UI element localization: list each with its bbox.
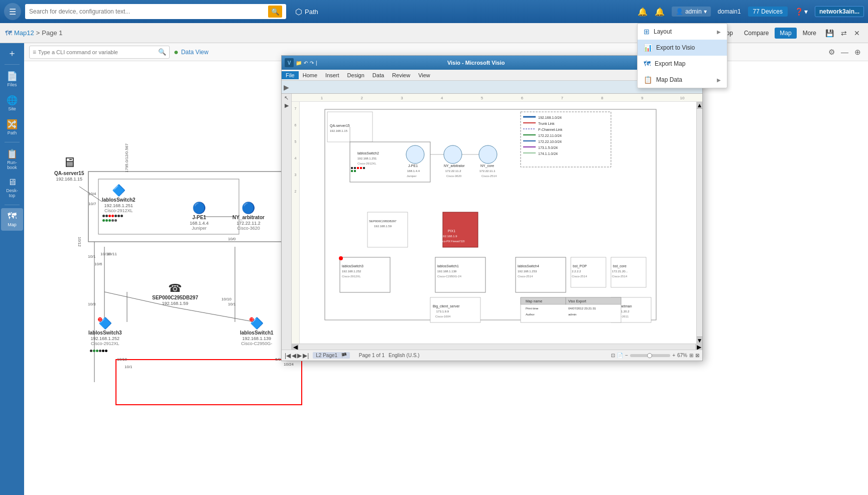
search-input[interactable]	[29, 8, 268, 15]
visio-menu-design[interactable]: Design	[343, 71, 368, 79]
node-lablosSwitch2[interactable]: 🔷 lablosSwitch2 192.168.1.251 Cisco-2912…	[102, 184, 136, 213]
svg-text:172.22.11.2: 172.22.11.2	[445, 170, 461, 173]
node-qa-server15[interactable]: 🖥 QA-server15 192.168.1.15	[54, 154, 84, 182]
cli-input[interactable]	[38, 49, 156, 55]
visio-redo-icon[interactable]: ↷	[310, 60, 314, 66]
visio-tool-pointer[interactable]: ↖	[284, 95, 289, 101]
help-arrow: ▾	[804, 8, 808, 16]
devices-badge[interactable]: 77 Devices	[748, 7, 788, 17]
cli-search-icon[interactable]: 🔍	[158, 48, 166, 56]
visio-fit-width[interactable]: ⊞	[689, 353, 693, 358]
sidebar-item-desktop[interactable]: 🖥 Desk-top	[1, 174, 23, 202]
zoom-icon[interactable]: ⊕	[852, 47, 863, 58]
visio-page-flag: 🏴	[341, 353, 347, 358]
visio-scrollbar-v[interactable]: ▲ ▼	[696, 102, 702, 344]
svg-text:Cisco-PIX Firewall 520: Cisco-PIX Firewall 520	[439, 240, 465, 243]
notifications-icon[interactable]: 🔔	[638, 7, 648, 17]
node-ip: 192.168.1.15	[56, 177, 82, 182]
visio-menu-file[interactable]: File	[282, 71, 299, 79]
visio-ruler-h: 1 2 3 4 5 6 7 8 9 10	[292, 94, 702, 102]
sidebar-item-map[interactable]: 🗺 Map	[1, 208, 23, 231]
sidebar-desktop-label: Desk-top	[6, 189, 18, 199]
visio-zoom-slider[interactable]	[630, 354, 670, 357]
visio-page-last[interactable]: ▶|	[303, 352, 309, 359]
error-badge-2: ⊕	[249, 316, 254, 323]
sidebar-item-runbook[interactable]: 📋 Run-book	[1, 145, 23, 174]
dropdown-map-data[interactable]: 📋 Map Data ▶	[638, 72, 727, 88]
compare-button[interactable]: Compare	[739, 28, 774, 39]
visio-page-tab[interactable]: L2 Page1 🏴	[313, 352, 350, 359]
scrollbar-left-btn[interactable]: ◀	[292, 344, 299, 350]
map-button[interactable]: Map	[775, 28, 796, 39]
dropdown-export-map[interactable]: 🗺 Export Map	[638, 56, 727, 72]
visio-expand-icon[interactable]: ▶	[284, 83, 289, 91]
port-label-1010c: 10/10	[117, 357, 127, 362]
sidebar-item-site[interactable]: 🌐 Site	[1, 92, 23, 115]
visio-menu-view[interactable]: View	[414, 71, 434, 79]
admin-button[interactable]: 👤 admin ▾	[672, 7, 711, 17]
svg-text:192.168.1.252: 192.168.1.252	[342, 270, 361, 273]
visio-tool-expand[interactable]: ▶	[285, 102, 289, 109]
port-label-107: 10/7	[88, 202, 96, 206]
close-window-button[interactable]: ✕	[851, 28, 863, 39]
svg-text:Cisco-2514: Cisco-2514	[572, 275, 587, 278]
visio-menu-review[interactable]: Review	[388, 71, 414, 79]
node-sep-phone[interactable]: ☎ SEP000C295DB297 192.168.1.59	[152, 282, 198, 306]
alerts-icon[interactable]: 🔔	[655, 7, 665, 17]
visio-drawing-canvas[interactable]: QA-server15 192.168.1.15 lablosSwitch2 1…	[300, 102, 696, 344]
ruler-mark-10: 10	[662, 96, 702, 100]
jpe1-ip: 168.1.4.4	[190, 221, 209, 226]
visio-undo-icon[interactable]: ↶	[304, 60, 308, 66]
sidebar-item-path[interactable]: 🔀 Path	[1, 116, 23, 139]
scrollbar-up-btn[interactable]: ▲	[697, 102, 702, 109]
visio-menu-icon[interactable]: 📁	[296, 60, 302, 66]
visio-zoom-in[interactable]: +	[672, 353, 675, 358]
search-button[interactable]: 🔍	[268, 6, 282, 18]
visio-page-first[interactable]: |◀	[285, 352, 291, 359]
minus-icon[interactable]: —	[839, 47, 850, 57]
port-label-101: 10/1	[88, 254, 96, 259]
visio-zoom-out[interactable]: −	[625, 353, 628, 358]
visio-fit-icon[interactable]: ⊡	[611, 353, 615, 358]
breadcrumb-map-link[interactable]: Map12	[14, 29, 34, 37]
node-ny-arbitrator[interactable]: 🔵 NY_arbitrator 172.22.11.2 Cisco-3620	[232, 202, 265, 231]
files-icon: 📄	[7, 71, 18, 82]
hamburger-menu[interactable]: ☰	[4, 3, 21, 20]
sidebar-item-files[interactable]: 📄 Files	[1, 68, 23, 91]
dropdown-layout[interactable]: ⊞ Layout ▶	[638, 24, 727, 40]
sidebar-add-button[interactable]: ＋	[8, 47, 17, 59]
ruler-mark-6: 6	[502, 96, 542, 100]
visio-menu-insert[interactable]: Insert	[321, 71, 343, 79]
switch1-model: Cisco-C2950G-	[241, 341, 272, 346]
svg-text:174.1.1.0/24: 174.1.1.0/24	[538, 152, 558, 155]
switch3-model: Cisco-2912XL	[91, 341, 119, 346]
topbar-icons: 🔔 🔔 👤 admin ▾ domain1 77 Devices ❓ ▾ net…	[638, 6, 864, 17]
share-button[interactable]: ⇄	[838, 28, 850, 39]
save-button[interactable]: 💾	[822, 28, 837, 39]
data-view-button[interactable]: ● Data View	[174, 48, 208, 57]
help-button[interactable]: ❓ ▾	[795, 8, 808, 16]
path-button[interactable]: ⬡ Path	[290, 5, 323, 19]
settings-icon[interactable]: ⚙	[826, 47, 837, 58]
dropdown-export-visio[interactable]: 📊 Export to Visio	[638, 40, 727, 56]
visio-page-icon[interactable]: 📄	[617, 353, 623, 358]
visio-zoom-handle[interactable]	[647, 353, 652, 358]
node-lablosSwitch3[interactable]: 🔷 ⊕ lablosSwitch3 192.168.1.252 Cisco-29…	[88, 317, 122, 346]
switch2-port-strip	[102, 214, 123, 222]
visio-page-next[interactable]: ▶	[297, 352, 302, 359]
svg-rect-25	[363, 167, 365, 169]
phone-icon: ☎	[168, 282, 182, 295]
visio-scrollbar-h[interactable]: ◀ ▶	[292, 344, 702, 350]
more-button[interactable]: More	[798, 28, 821, 39]
chevron-right-icon-2: ▶	[717, 77, 721, 83]
node-j-pe1[interactable]: 🔵 J-PE1 168.1.4.4 Juniper	[190, 202, 209, 231]
node-lablosSwitch1[interactable]: 🔷 ⊕ lablosSwitch1 192.168.1.139 Cisco-C2…	[240, 317, 274, 346]
scrollbar-right-btn[interactable]: ▶	[695, 344, 702, 350]
visio-view-toggle[interactable]: ⊠	[695, 353, 699, 358]
scrollbar-track[interactable]	[697, 109, 702, 337]
scrollbar-down-btn[interactable]: ▼	[697, 337, 702, 344]
visio-menu-data[interactable]: Data	[368, 71, 388, 79]
svg-text:172.22.11.0/24: 172.22.11.0/24	[538, 134, 562, 137]
visio-menu-home[interactable]: Home	[299, 71, 321, 79]
visio-page-prev[interactable]: ◀	[292, 352, 296, 359]
